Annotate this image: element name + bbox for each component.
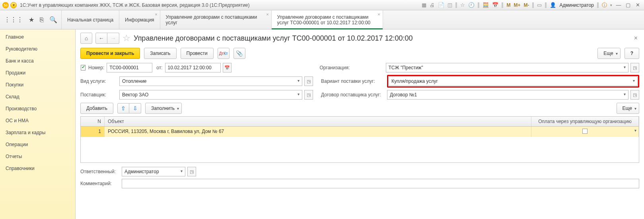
service-select[interactable]: Отопление: [119, 76, 302, 86]
sidebar-item-production[interactable]: Производство: [0, 103, 75, 115]
org-select[interactable]: ТСЖ "Престиж": [386, 63, 628, 72]
history-icon[interactable]: 🕘: [467, 2, 475, 8]
sidebar: Главное Руководителю Банк и касса Продаж…: [0, 29, 76, 219]
comment-input[interactable]: [122, 179, 639, 188]
number-input[interactable]: ТС00-000001: [107, 63, 152, 72]
apps-icon[interactable]: ⋮⋮⋮: [4, 16, 23, 23]
contract-label: Договор поставщика услуг:: [321, 92, 385, 98]
tab-start[interactable]: Начальная страница: [62, 10, 119, 29]
forward-button[interactable]: →: [107, 33, 119, 44]
calc-icon[interactable]: 🧮: [482, 2, 490, 8]
zoom-m-plus[interactable]: M+: [513, 2, 521, 8]
sidebar-item-manager[interactable]: Руководителю: [0, 43, 75, 55]
tab-contracts-list[interactable]: Управление договорами с поставщиками усл…: [160, 10, 272, 29]
tab-close-icon[interactable]: ×: [377, 12, 380, 17]
app-menu-dropdown[interactable]: ▾: [10, 2, 17, 8]
supplier-open-button[interactable]: ◳: [304, 90, 313, 100]
col-object[interactable]: Объект: [105, 117, 531, 126]
variant-highlight: Купля/продажа услуг: [387, 75, 639, 88]
clipboard-icon[interactable]: ⎘: [40, 16, 44, 23]
move-down-button[interactable]: ⇩: [129, 103, 141, 113]
page-title: Управление договорами с поставщиками усл…: [134, 34, 629, 43]
zoom-m-minus[interactable]: M-: [523, 2, 530, 8]
move-up-button[interactable]: ⇧: [117, 103, 129, 113]
sidebar-item-stock[interactable]: Склад: [0, 91, 75, 103]
supplier-label: Поставщик:: [80, 92, 117, 98]
doc-icon[interactable]: 📄: [437, 2, 445, 8]
col-n[interactable]: N: [81, 117, 105, 126]
tab-bar: ⋮⋮⋮ ★ ⎘ 🔍 Начальная страница Информация×…: [0, 10, 644, 29]
service-label: Вид услуги:: [80, 78, 117, 84]
sidebar-item-reports[interactable]: Отчеты: [0, 151, 75, 162]
maximize-button[interactable]: ▢: [624, 2, 632, 8]
variant-select[interactable]: Купля/продажа услуг: [389, 76, 638, 86]
add-row-button[interactable]: Добавить: [80, 103, 113, 114]
variant-label: Вариант поставки услуг:: [321, 78, 385, 84]
contract-select[interactable]: Договор №1: [387, 90, 628, 100]
star-icon[interactable]: ☆: [459, 2, 466, 8]
dt-kt-button[interactable]: ДтКт: [218, 48, 230, 59]
comment-label: Комментарий:: [80, 181, 119, 186]
close-button[interactable]: ✕: [634, 2, 642, 8]
write-button[interactable]: Записать: [144, 48, 176, 59]
date-label: от:: [156, 65, 162, 70]
user-name[interactable]: Администратор: [558, 2, 595, 8]
info-dropdown[interactable]: ▾: [609, 3, 613, 7]
print-icon[interactable]: 🖨: [429, 2, 436, 8]
sidebar-item-hr[interactable]: Зарплата и кадры: [0, 127, 75, 139]
cell-payment[interactable]: [531, 127, 639, 137]
checkbox-icon[interactable]: [582, 129, 588, 134]
date-input[interactable]: 10.02.2017 12:00:00: [165, 63, 221, 72]
service-open-button[interactable]: ◳: [304, 76, 313, 86]
sidebar-item-assets[interactable]: ОС и НМА: [0, 115, 75, 127]
attach-button[interactable]: 📎: [233, 48, 245, 59]
calendar-icon[interactable]: 📅: [491, 2, 499, 8]
favorite-toggle[interactable]: ☆: [123, 33, 130, 43]
page-close-button[interactable]: ×: [632, 35, 639, 42]
table-row[interactable]: 1 РОССИЯ, 113205, Москва г, Вавилова ул,…: [81, 127, 639, 137]
search-icon[interactable]: 🔍: [49, 16, 57, 23]
number-label: Номер:: [88, 65, 104, 70]
compare-icon[interactable]: ◫: [447, 2, 453, 8]
sidebar-item-bank[interactable]: Банк и касса: [0, 55, 75, 67]
objects-table: N Объект Оплата через управляющую органи…: [80, 116, 639, 163]
table-more-button[interactable]: Еще: [617, 103, 639, 114]
responsible-label: Ответственный:: [80, 169, 119, 174]
mail-icon[interactable]: ▭: [536, 2, 543, 8]
responsible-open-button[interactable]: ◳: [187, 167, 196, 176]
tab-close-icon[interactable]: ×: [155, 12, 157, 17]
sidebar-item-purchases[interactable]: Покупки: [0, 79, 75, 91]
post-button[interactable]: Провести: [181, 48, 214, 59]
sidebar-item-sales[interactable]: Продажи: [0, 67, 75, 79]
info-icon[interactable]: ⓘ: [601, 2, 608, 9]
sidebar-item-directories[interactable]: Справочники: [0, 162, 75, 174]
home-button[interactable]: ⌂: [80, 33, 92, 44]
user-icon: 👤: [549, 2, 557, 8]
app-logo-icon: 1c: [2, 2, 9, 8]
title-bar: 1c ▾ 1С:Учет в управляющих компаниях ЖКХ…: [0, 0, 644, 10]
table-empty-area: [81, 137, 639, 162]
more-button[interactable]: Еще: [597, 48, 620, 59]
tab-info[interactable]: Информация×: [119, 10, 160, 29]
contract-open-button[interactable]: ◳: [630, 90, 639, 100]
table-header: N Объект Оплата через управляющую органи…: [81, 117, 639, 127]
titlebar-tools: ▦ 🖨 📄 ◫ ☆ 🕘 🧮 📅 M M+ M- ▭ 👤 Администрато…: [421, 2, 642, 9]
fill-button[interactable]: Заполнить: [145, 103, 182, 114]
sidebar-item-operations[interactable]: Операции: [0, 139, 75, 151]
sidebar-item-main[interactable]: Главное: [0, 31, 75, 43]
grid-icon[interactable]: ▦: [421, 2, 427, 8]
tab-close-icon[interactable]: ×: [266, 12, 268, 17]
tab-contract-item[interactable]: Управление договорами с поставщиками усл…: [272, 10, 383, 29]
help-button[interactable]: ?: [625, 48, 639, 59]
back-button[interactable]: ←: [95, 33, 107, 44]
post-and-close-button[interactable]: Провести и закрыть: [80, 48, 140, 59]
responsible-select[interactable]: Администратор: [122, 167, 185, 176]
col-payment[interactable]: Оплата через управляющую организацию: [531, 117, 639, 126]
minimize-button[interactable]: —: [615, 2, 623, 8]
cell-n: 1: [81, 127, 105, 137]
supplier-select[interactable]: Вектор ЗАО: [119, 90, 302, 100]
zoom-m[interactable]: M: [506, 2, 511, 8]
calendar-picker[interactable]: 📅: [223, 63, 232, 72]
favorites-icon[interactable]: ★: [29, 16, 34, 23]
org-open-button[interactable]: ◳: [630, 63, 639, 72]
